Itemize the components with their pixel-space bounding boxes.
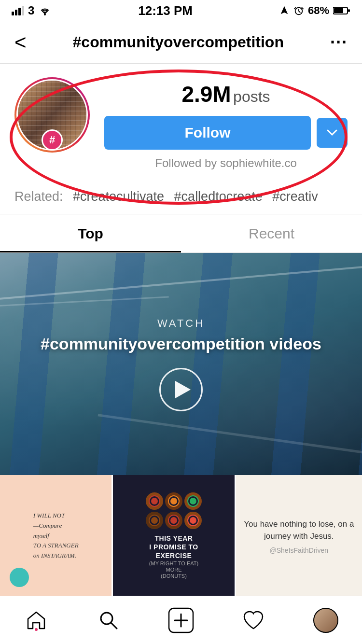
watch-label: WATCH bbox=[157, 317, 205, 330]
posts-label: posts bbox=[233, 88, 270, 105]
tab-recent-label: Recent bbox=[249, 225, 294, 242]
profile-section: # 2.9M posts Follow Followed by sophiewh… bbox=[0, 64, 362, 180]
profile-nav-avatar bbox=[313, 608, 338, 633]
play-button[interactable] bbox=[159, 368, 203, 411]
posts-number: 2.9M bbox=[181, 82, 231, 107]
follow-button[interactable]: Follow bbox=[104, 116, 311, 150]
post-3-content: You have nothing to lose, on a journey w… bbox=[243, 518, 355, 554]
status-right: 68% bbox=[279, 4, 350, 17]
add-icon bbox=[168, 607, 194, 633]
play-icon bbox=[175, 381, 191, 398]
tab-top[interactable]: Top bbox=[0, 214, 181, 252]
profile-info: 2.9M posts Follow Followed by sophiewhit… bbox=[104, 77, 348, 170]
donut-6 bbox=[184, 512, 202, 529]
battery-icon bbox=[333, 6, 350, 15]
image-grid: I WILL NOT—ComparemyselfTO A STRANGERon … bbox=[0, 475, 362, 597]
video-title: #communityovercompetition videos bbox=[21, 335, 341, 353]
battery-label: 68% bbox=[308, 4, 329, 17]
tab-recent[interactable]: Recent bbox=[181, 214, 362, 252]
related-tag-1[interactable]: #createcultivate bbox=[73, 189, 164, 204]
followed-by-text: Followed by sophiewhite.co bbox=[104, 156, 348, 170]
search-nav-button[interactable] bbox=[94, 606, 123, 635]
wifi-icon bbox=[38, 6, 52, 15]
post-3-text: You have nothing to lose, on a journey w… bbox=[243, 518, 355, 543]
video-banner[interactable]: WATCH #communityovercompetition videos bbox=[0, 253, 362, 475]
donut-1 bbox=[146, 492, 163, 510]
heart-icon bbox=[241, 608, 265, 632]
grid-post-3[interactable]: You have nothing to lose, on a journey w… bbox=[236, 475, 362, 597]
grid-post-2[interactable]: THIS YEARI PROMISE TOEXERCISE (MY RIGHT … bbox=[113, 475, 234, 597]
alarm-icon bbox=[293, 5, 304, 16]
status-left: 3 bbox=[12, 4, 52, 17]
related-section: Related: #createcultivate #calledtocreat… bbox=[0, 180, 362, 214]
post-2-subtext: (MY RIGHT TO EAT)MORE(DONUTS) bbox=[149, 560, 198, 580]
related-tag-3[interactable]: #creativ bbox=[272, 189, 318, 204]
teal-nail bbox=[10, 568, 29, 587]
donut-grid bbox=[146, 492, 202, 529]
related-tag-2[interactable]: #calledtocreate bbox=[174, 189, 263, 204]
posts-count-block: 2.9M posts bbox=[104, 81, 348, 107]
avatar-wrap: # bbox=[14, 77, 90, 153]
search-icon bbox=[97, 608, 121, 632]
hashtag-badge: # bbox=[42, 129, 63, 151]
follow-row: Follow bbox=[104, 116, 348, 150]
tab-top-label: Top bbox=[78, 225, 103, 242]
more-button[interactable]: ··· bbox=[330, 32, 348, 53]
carrier-label: 3 bbox=[28, 4, 34, 17]
chevron-down-icon bbox=[327, 129, 337, 136]
svg-line-6 bbox=[111, 623, 117, 629]
add-nav-button[interactable] bbox=[167, 606, 195, 635]
follow-dropdown-button[interactable] bbox=[317, 118, 348, 148]
post-2-text: THIS YEARI PROMISE TOEXERCISE bbox=[149, 534, 198, 560]
location-icon bbox=[279, 5, 290, 16]
signal-icon bbox=[12, 6, 24, 15]
donut-4 bbox=[146, 512, 163, 529]
donut-3 bbox=[184, 492, 202, 510]
svg-rect-3 bbox=[334, 8, 343, 13]
home-nav-button[interactable] bbox=[22, 606, 51, 635]
bottom-nav bbox=[0, 596, 362, 644]
svg-rect-4 bbox=[348, 9, 350, 12]
grid-post-1[interactable]: I WILL NOT—ComparemyselfTO A STRANGERon … bbox=[0, 475, 111, 597]
heart-nav-button[interactable] bbox=[239, 606, 268, 635]
status-bar: 3 12:13 PM 68% bbox=[0, 0, 362, 21]
profile-row: # 2.9M posts Follow Followed by sophiewh… bbox=[14, 77, 348, 170]
page-title: #communityovercompetition bbox=[27, 33, 330, 51]
status-time: 12:13 PM bbox=[138, 3, 193, 18]
hashtag-symbol: # bbox=[49, 134, 55, 146]
donut-5 bbox=[165, 512, 182, 529]
paint-overlay bbox=[0, 253, 362, 475]
tabs-bar: Top Recent bbox=[0, 214, 362, 253]
back-button[interactable]: < bbox=[14, 31, 27, 54]
post-3-handle: @SheIsFaithDriven bbox=[243, 546, 355, 554]
donut-2 bbox=[165, 492, 182, 510]
related-label: Related: bbox=[14, 189, 63, 204]
home-notification-dot bbox=[35, 628, 38, 631]
post-1-text: I WILL NOT—ComparemyselfTO A STRANGERon … bbox=[16, 496, 96, 575]
svg-point-0 bbox=[44, 14, 46, 15]
profile-nav-button[interactable] bbox=[311, 606, 340, 635]
nav-bar: < #communityovercompetition ··· bbox=[0, 21, 362, 64]
